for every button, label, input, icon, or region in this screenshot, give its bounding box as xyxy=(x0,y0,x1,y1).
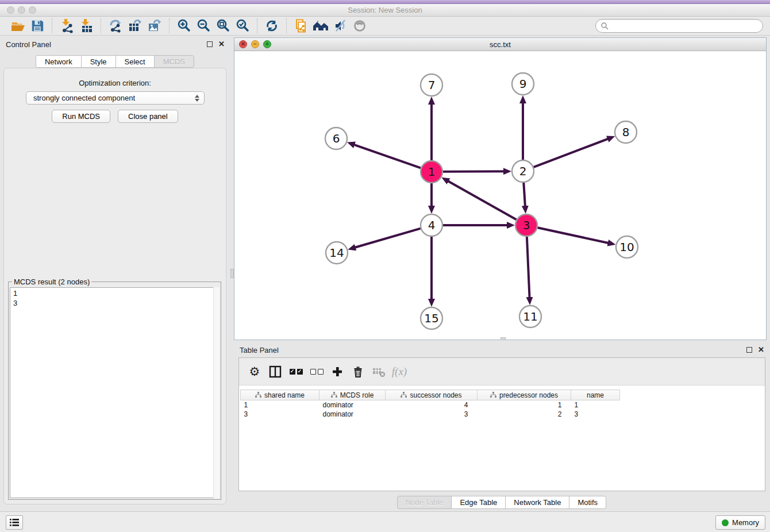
import-table-icon[interactable] xyxy=(76,17,96,34)
column-header-name[interactable]: name xyxy=(571,390,620,400)
home-layout-icon[interactable] xyxy=(311,17,330,34)
graph-edge-2-8[interactable] xyxy=(534,139,608,167)
zoom-out-icon[interactable] xyxy=(194,17,213,34)
save-session-icon[interactable] xyxy=(28,17,47,34)
table-row[interactable]: 1dominator411 xyxy=(241,400,620,410)
mcds-result-list[interactable]: 13 xyxy=(10,287,220,498)
graph-node-10[interactable]: 10 xyxy=(616,236,638,258)
task-history-button[interactable] xyxy=(6,515,23,530)
column-header-successor-nodes[interactable]: successor nodes xyxy=(386,390,478,400)
graph-node-8[interactable]: 8 xyxy=(615,121,637,143)
tab-node-table[interactable]: Node Table xyxy=(397,496,452,509)
table-cell[interactable]: 3 xyxy=(241,410,319,419)
mcds-tab-content: Optimization criterion: strongly connect… xyxy=(3,68,226,504)
graph-node-14[interactable]: 14 xyxy=(326,242,348,264)
frame-resize-handle[interactable] xyxy=(500,337,506,340)
graph-node-4[interactable]: 4 xyxy=(421,214,442,236)
zoom-fit-icon[interactable] xyxy=(213,17,233,34)
table-cell[interactable]: dominator xyxy=(319,410,386,419)
column-header-shared-name[interactable]: shared name xyxy=(241,390,319,400)
split-panel-icon[interactable] xyxy=(267,362,284,381)
column-header-MCDS-role[interactable]: MCDS role xyxy=(319,390,386,400)
close-panel-icon[interactable]: ✕ xyxy=(218,41,225,47)
graph-node-1[interactable]: 1 xyxy=(421,161,442,183)
table-cell[interactable]: dominator xyxy=(319,400,386,410)
mcds-result-title: MCDS result (2 nodes) xyxy=(12,277,91,286)
graph-edge-2-3[interactable] xyxy=(523,183,525,206)
tab-network-table[interactable]: Network Table xyxy=(505,496,569,509)
svg-text:8: 8 xyxy=(622,125,630,139)
table-cell[interactable]: 4 xyxy=(386,400,478,410)
graph-edge-1-2[interactable] xyxy=(443,171,504,172)
graph-edge-3-1[interactable] xyxy=(448,181,517,219)
graph-node-9[interactable]: 9 xyxy=(512,73,534,95)
optimization-criterion-label: Optimization criterion: xyxy=(4,79,226,87)
float-table-panel-icon[interactable] xyxy=(746,347,752,353)
search-field[interactable] xyxy=(595,19,763,33)
table-panel-tabs: Node TableEdge TableNetwork TableMotifs xyxy=(234,496,770,509)
zoom-in-icon[interactable] xyxy=(174,17,194,34)
tab-network[interactable]: Network xyxy=(36,55,82,68)
graph-edge-3-11[interactable] xyxy=(527,237,530,298)
table-cell[interactable]: 1 xyxy=(571,400,620,410)
add-column-icon[interactable] xyxy=(329,362,346,381)
tab-style[interactable]: Style xyxy=(81,55,116,68)
table-cell[interactable]: 1 xyxy=(478,400,571,410)
clone-network-icon[interactable] xyxy=(291,17,311,34)
table-cell[interactable]: 3 xyxy=(386,410,478,419)
hierarchy-icon xyxy=(255,392,261,398)
tab-edge-table[interactable]: Edge Table xyxy=(451,496,506,509)
network-canvas[interactable]: 1234678910111415 xyxy=(234,52,766,340)
tab-motifs[interactable]: Motifs xyxy=(569,496,606,509)
birdseye-view-icon[interactable] xyxy=(350,17,369,34)
column-header-predecessor-nodes[interactable]: predecessor nodes xyxy=(478,390,571,400)
criterion-dropdown[interactable]: strongly connected component xyxy=(26,91,205,105)
result-scrollbar[interactable] xyxy=(213,287,220,498)
export-network-icon[interactable] xyxy=(106,17,125,34)
svg-text:3: 3 xyxy=(523,218,530,232)
run-mcds-button[interactable]: Run MCDS xyxy=(52,110,110,123)
criterion-dropdown-value: strongly connected component xyxy=(33,94,195,102)
import-network-icon[interactable] xyxy=(57,17,76,34)
svg-text:1: 1 xyxy=(428,165,436,179)
tab-mcds[interactable]: MCDS xyxy=(154,55,194,68)
delete-columns-icon[interactable] xyxy=(349,362,367,381)
close-table-panel-icon[interactable]: ✕ xyxy=(758,347,764,353)
graph-node-11[interactable]: 11 xyxy=(519,306,541,327)
table-cell[interactable]: 1 xyxy=(241,400,319,410)
unselect-all-icon[interactable] xyxy=(308,362,325,381)
search-input[interactable] xyxy=(609,22,758,30)
graph-node-6[interactable]: 6 xyxy=(325,128,347,149)
graph-node-7[interactable]: 7 xyxy=(421,74,442,96)
table-settings-icon[interactable]: ⚙ xyxy=(246,362,263,381)
close-panel-button[interactable]: Close panel xyxy=(118,110,178,123)
graph-node-2[interactable]: 2 xyxy=(512,160,534,182)
graph-edge-4-14[interactable] xyxy=(355,229,421,248)
table-row[interactable]: 3dominator323 xyxy=(241,410,620,419)
memory-button[interactable]: Memory xyxy=(715,515,765,530)
graph-node-3[interactable]: 3 xyxy=(515,214,537,236)
graph-edge-3-10[interactable] xyxy=(538,228,609,243)
zoom-selected-icon[interactable] xyxy=(233,17,252,34)
toolbar-separator xyxy=(101,18,101,33)
search-icon xyxy=(600,22,609,30)
float-panel-icon[interactable] xyxy=(207,41,213,47)
apply-layout-icon[interactable] xyxy=(262,17,282,34)
graph-node-15[interactable]: 15 xyxy=(421,307,442,329)
export-table-icon[interactable] xyxy=(125,17,145,34)
node-table: shared nameMCDS rolesuccessor nodesprede… xyxy=(240,390,620,419)
toolbar-separator xyxy=(257,18,257,33)
graph-edge-1-6[interactable] xyxy=(354,145,421,168)
select-all-icon[interactable]: ✓✓ xyxy=(287,362,305,381)
svg-text:10: 10 xyxy=(619,240,634,254)
table-panel: Table Panel ✕ ⚙ ✓✓ f(x) shared nameMCDS … xyxy=(234,342,770,511)
table-cell[interactable]: 2 xyxy=(478,410,571,419)
table-cell[interactable]: 3 xyxy=(571,410,620,419)
network-view-window: ✕ − + scc.txt 1234678910111415 xyxy=(234,37,767,340)
hide-details-icon[interactable] xyxy=(330,17,350,34)
list-icon xyxy=(9,518,20,527)
export-image-icon[interactable] xyxy=(145,17,164,34)
open-session-icon[interactable] xyxy=(8,17,28,34)
main-toolbar xyxy=(0,17,770,36)
tab-select[interactable]: Select xyxy=(116,55,155,68)
